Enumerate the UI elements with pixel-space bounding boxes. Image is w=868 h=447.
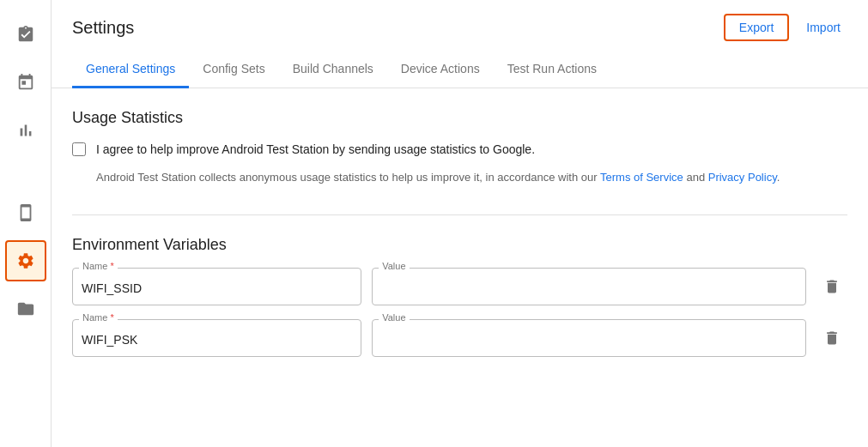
sidebar [0, 0, 52, 447]
env-delete-button-2[interactable] [816, 323, 847, 353]
tab-test-run-actions[interactable]: Test Run Actions [494, 51, 610, 88]
header-actions: Export Import [724, 14, 847, 41]
tab-build-channels[interactable]: Build Channels [279, 51, 387, 88]
usage-statistics-info: Android Test Station collects anonymous … [96, 169, 847, 187]
export-button[interactable]: Export [724, 14, 789, 41]
env-value-input-2[interactable] [372, 319, 806, 357]
sidebar-item-analytics[interactable] [5, 110, 46, 151]
env-delete-button-1[interactable] [816, 271, 847, 302]
section-divider [72, 214, 847, 215]
sidebar-item-calendar[interactable] [5, 62, 46, 103]
page-title: Settings [72, 18, 134, 38]
info-text-before: Android Test Station collects anonymous … [96, 171, 600, 184]
device-icon [16, 203, 35, 222]
header: Settings Export Import [52, 0, 868, 41]
usage-statistics-title: Usage Statistics [72, 109, 847, 127]
sidebar-item-device[interactable] [5, 192, 46, 233]
main-content: Settings Export Import General Settings … [52, 0, 868, 447]
usage-statistics-checkbox[interactable] [72, 142, 86, 156]
env-name-input-1[interactable] [72, 268, 361, 305]
env-variables-section: Environment Variables Name * Value [72, 236, 847, 357]
content-area: Usage Statistics I agree to help improve… [52, 88, 868, 447]
privacy-policy-link[interactable]: Privacy Policy [708, 171, 777, 184]
env-name-input-2[interactable] [72, 319, 361, 357]
usage-statistics-checkbox-label: I agree to help improve Android Test Sta… [96, 141, 535, 159]
tasks-icon [16, 25, 35, 44]
env-value-input-1[interactable] [372, 268, 806, 305]
calendar-icon [16, 73, 35, 92]
env-name-group-1: Name * [72, 268, 361, 305]
sidebar-item-settings[interactable] [5, 240, 46, 281]
env-variables-title: Environment Variables [72, 236, 847, 254]
env-name-group-2: Name * [72, 319, 361, 357]
env-value-label-1: Value [379, 261, 409, 271]
delete-icon-1 [823, 278, 841, 295]
import-button[interactable]: Import [799, 15, 847, 39]
sidebar-item-folder[interactable] [5, 288, 46, 329]
env-value-group-2: Value [372, 319, 806, 357]
env-name-label-1: Name * [79, 261, 118, 271]
tab-general-settings[interactable]: General Settings [72, 51, 189, 88]
sidebar-item-tasks[interactable] [5, 14, 46, 55]
env-value-label-2: Value [379, 312, 409, 323]
env-row-2: Name * Value [72, 319, 847, 357]
info-text-middle: and [683, 171, 708, 184]
usage-statistics-section: Usage Statistics I agree to help improve… [72, 109, 847, 187]
tab-config-sets[interactable]: Config Sets [189, 51, 278, 88]
env-name-label-2: Name * [79, 312, 118, 323]
settings-icon [16, 251, 35, 270]
folder-icon [16, 299, 35, 318]
usage-statistics-checkbox-row: I agree to help improve Android Test Sta… [72, 141, 847, 159]
tabs: General Settings Config Sets Build Chann… [52, 51, 868, 88]
terms-of-service-link[interactable]: Terms of Service [600, 171, 683, 184]
env-row-1: Name * Value [72, 268, 847, 305]
env-value-group-1: Value [372, 268, 806, 305]
analytics-icon [16, 121, 35, 140]
tab-device-actions[interactable]: Device Actions [387, 51, 494, 88]
delete-icon-2 [823, 329, 841, 347]
info-text-after: . [777, 171, 780, 184]
